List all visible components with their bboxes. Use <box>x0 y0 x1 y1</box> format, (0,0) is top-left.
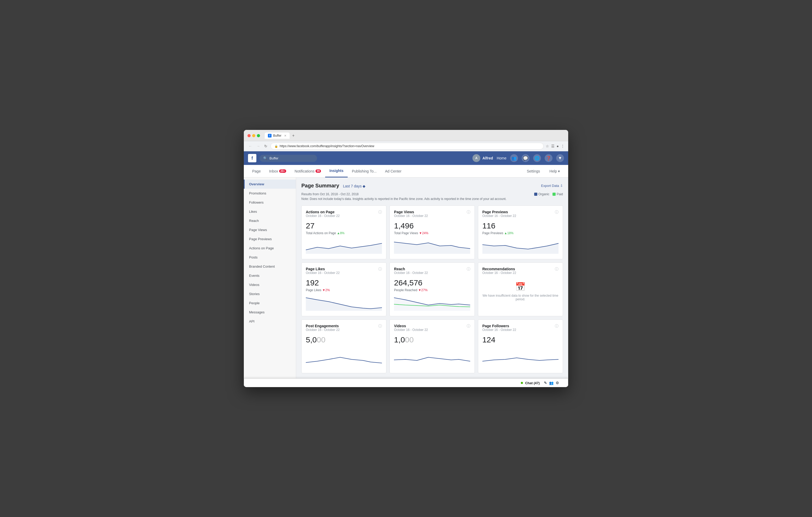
nav-help[interactable]: Help ▾ <box>545 165 564 178</box>
metrics-grid: Actions on Page October 16 - October 22 … <box>301 206 563 373</box>
sidebar-item-page-previews[interactable]: Page Previews <box>244 235 296 244</box>
header-right: A Alfred Home 👥 💬 🌐 ❓ ▼ <box>472 154 564 162</box>
sidebar-item-promotions[interactable]: Promotions <box>244 189 296 198</box>
dropdown-icon[interactable]: ▼ <box>556 154 564 162</box>
friends-icon[interactable]: 👥 <box>510 154 518 162</box>
metric-card-videos: Videos October 16 - October 22 ⓘ 1,000 <box>389 320 474 373</box>
reload-button[interactable]: ↻ <box>263 144 268 149</box>
metric-value: 264,576 <box>394 278 470 287</box>
sidebar-item-followers[interactable]: Followers <box>244 198 296 207</box>
sidebar-item-reach[interactable]: Reach <box>244 216 296 225</box>
menu-icon[interactable]: ⋮ <box>561 144 564 148</box>
nav-insights-label: Insights <box>329 169 344 173</box>
sidebar-item-events[interactable]: Events <box>244 271 296 280</box>
date-range-selector[interactable]: Last 7 days ◆ <box>343 184 366 188</box>
browser-actions: ☆ ☰ ● ⋮ <box>546 144 564 148</box>
close-button[interactable] <box>248 134 251 137</box>
facebook-header: f 🔍 A Alfred Home 👥 💬 🌐 ❓ ▼ <box>244 151 568 165</box>
nav-settings[interactable]: Settings <box>523 165 544 178</box>
sidebar-item-stories[interactable]: Stories <box>244 290 296 299</box>
sidebar-item-actions-on-page[interactable]: Actions on Page <box>244 244 296 253</box>
nav-item-adcenter[interactable]: Ad Center <box>381 165 406 178</box>
metric-title: Page Views <box>394 210 428 214</box>
metric-subtitle: October 16 - October 22 <box>483 214 516 218</box>
globe-icon[interactable]: 🌐 <box>533 154 541 162</box>
user-profile[interactable]: A Alfred <box>472 154 493 162</box>
mini-chart <box>394 352 470 368</box>
forward-button[interactable]: → <box>255 144 261 149</box>
organic-dot <box>534 193 537 196</box>
metric-card-reach: Reach October 16 - October 22 ⓘ 264,576 … <box>389 263 474 316</box>
sidebar-item-videos[interactable]: Videos <box>244 280 296 290</box>
info-icon[interactable]: ⓘ <box>378 267 382 272</box>
info-icon[interactable]: ⓘ <box>555 324 558 329</box>
tab-bar: f Buffer ✕ + <box>265 132 564 139</box>
info-icon[interactable]: ⓘ <box>555 210 558 215</box>
facebook-nav: Page Inbox 20+ Notifications 99 Insights… <box>244 165 568 178</box>
messenger-icon[interactable]: 💬 <box>522 154 529 162</box>
new-tab-button[interactable]: + <box>291 133 296 139</box>
sidebar-item-people[interactable]: People <box>244 299 296 308</box>
nav-item-inbox[interactable]: Inbox 20+ <box>265 165 290 178</box>
info-icon[interactable]: ⓘ <box>555 267 558 272</box>
maximize-button[interactable] <box>257 134 260 137</box>
tab-close-icon[interactable]: ✕ <box>284 134 286 138</box>
back-button[interactable]: ← <box>248 144 253 149</box>
chat-settings-icon[interactable]: ⚙ <box>556 381 559 385</box>
profile-icon[interactable]: ● <box>557 144 559 148</box>
sidebar-item-overview[interactable]: Overview <box>244 180 296 189</box>
paid-label: Paid <box>557 192 563 196</box>
results-note: Note: Does not include today's data. Ins… <box>301 197 506 201</box>
nav-item-notifications[interactable]: Notifications 99 <box>290 165 325 178</box>
bookmark-icon[interactable]: ☆ <box>546 144 549 148</box>
nav-item-page[interactable]: Page <box>248 165 265 178</box>
nav-adcenter-label: Ad Center <box>385 169 402 173</box>
info-icon[interactable]: ⓘ <box>467 210 470 215</box>
change-indicator: ▼24% <box>419 231 429 235</box>
address-bar[interactable]: 🔒 https://www.facebook.com/bufferapp/ins… <box>270 143 544 150</box>
metric-subtitle: October 16 - October 22 <box>306 328 340 332</box>
sidebar-item-page-views[interactable]: Page Views <box>244 225 296 235</box>
metric-change <box>306 345 382 349</box>
sidebar-item-messages[interactable]: Messages <box>244 308 296 317</box>
metric-card-recommendations: Recommendations October 16 - October 22 … <box>478 263 563 316</box>
nav-item-publishing[interactable]: Publishing To... <box>348 165 381 178</box>
metric-card-page-previews: Page Previews October 16 - October 22 ⓘ … <box>478 206 563 259</box>
browser-tab[interactable]: f Buffer ✕ <box>265 132 290 139</box>
url-text: https://www.facebook.com/bufferapp/insig… <box>280 144 540 148</box>
help-icon[interactable]: ❓ <box>545 154 552 162</box>
sidebar-item-api[interactable]: API <box>244 317 296 326</box>
mini-chart <box>306 238 382 254</box>
sidebar-item-branded-content[interactable]: Branded Content <box>244 262 296 271</box>
info-icon[interactable]: ⓘ <box>467 267 470 272</box>
nav-publishing-label: Publishing To... <box>352 169 377 173</box>
metric-change: Page Previews ▲18% <box>483 231 558 235</box>
sidebar-item-posts[interactable]: Posts <box>244 253 296 262</box>
minimize-button[interactable] <box>252 134 255 137</box>
chat-add-icon[interactable]: 👥 <box>549 381 554 385</box>
info-icon[interactable]: ⓘ <box>378 324 382 329</box>
export-button[interactable]: Export Data ⇩ <box>541 184 563 188</box>
info-icon[interactable]: ⓘ <box>467 324 470 329</box>
home-link[interactable]: Home <box>497 156 506 160</box>
svg-marker-2 <box>483 243 558 254</box>
results-date-text: Results from Oct 16, 2018 - Oct 22, 2018 <box>301 192 359 196</box>
card-header: Page Followers October 16 - October 22 ⓘ <box>483 324 558 334</box>
svg-marker-0 <box>306 243 382 254</box>
sidebar-item-likes[interactable]: Likes <box>244 207 296 216</box>
metric-subtitle: October 16 - October 22 <box>306 271 340 275</box>
settings-label: Settings <box>527 169 540 173</box>
metric-value: 116 <box>483 221 558 230</box>
chat-compose-icon[interactable]: ✎ <box>544 381 547 385</box>
nav-item-insights[interactable]: Insights <box>325 165 348 178</box>
search-input[interactable] <box>269 156 313 160</box>
inbox-badge: 20+ <box>279 170 286 173</box>
main-content: Page Summary Last 7 days ◆ Export Data ⇩… <box>296 178 568 378</box>
metric-change: Total Actions on Page ▲8% <box>306 231 382 235</box>
search-icon: 🔍 <box>263 156 267 160</box>
search-bar[interactable]: 🔍 <box>260 155 317 162</box>
chat-bar[interactable]: Chat (47) ✎ 👥 ⚙ <box>244 378 568 387</box>
info-icon[interactable]: ⓘ <box>378 210 382 215</box>
change-indicator: ▲8% <box>337 231 345 235</box>
buffer-icon[interactable]: ☰ <box>551 144 555 148</box>
